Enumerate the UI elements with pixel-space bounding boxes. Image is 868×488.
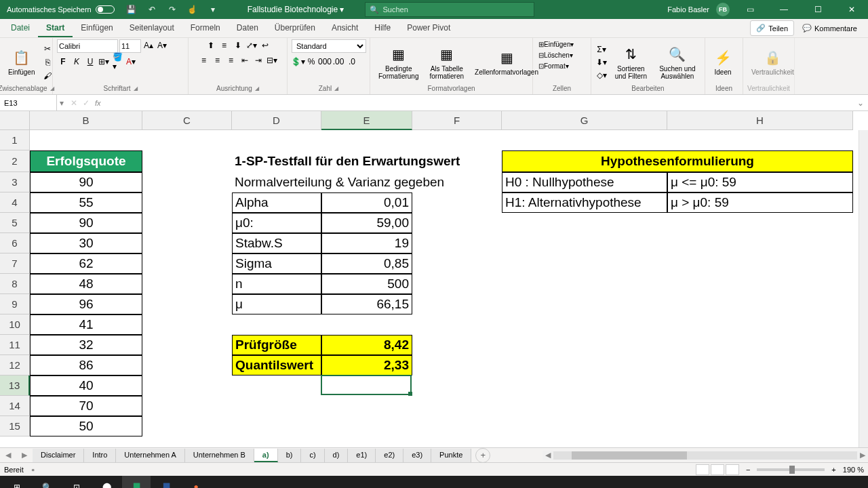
name-box[interactable]: E13 — [0, 95, 57, 110]
tab-hilfe[interactable]: Hilfe — [366, 19, 399, 37]
font-color-button[interactable]: A▾ — [125, 56, 137, 68]
view-layout-icon[interactable] — [711, 464, 724, 475]
cell[interactable]: H0 : Nullhypothese — [502, 172, 667, 192]
format-painter-icon[interactable]: 🖌 — [41, 70, 54, 82]
cell[interactable]: Normalverteilung & Varianz gegeben — [232, 172, 502, 192]
tab-powerpivot[interactable]: Power Pivot — [399, 19, 458, 37]
number-format-select[interactable]: Standard — [292, 39, 366, 53]
undo-icon[interactable]: ↶ — [144, 2, 159, 17]
paste-button[interactable]: 📋Einfügen — [4, 45, 39, 79]
cell-styles-button[interactable]: ▦Zellenformatvorlagen — [471, 45, 542, 79]
sheet-tab[interactable]: Intro — [84, 449, 116, 462]
row-header-11[interactable]: 11 — [0, 335, 30, 355]
wrap-text-icon[interactable]: ↩ — [259, 39, 271, 52]
cut-icon[interactable]: ✂ — [41, 43, 54, 55]
autosave-toggle[interactable]: Automatisches Speichern — [3, 5, 119, 14]
sort-filter-button[interactable]: ⇅Sortieren und Filtern — [610, 42, 652, 83]
row-header-2[interactable]: 2 — [0, 150, 30, 172]
copy-icon[interactable]: ⎘ — [41, 56, 54, 68]
sheet-tab[interactable]: e2) — [376, 449, 403, 462]
orientation-icon[interactable]: ⤢▾ — [245, 39, 258, 52]
ribbon-options-icon[interactable]: ▭ — [736, 0, 764, 19]
indent-decrease-icon[interactable]: ⇤ — [239, 54, 251, 66]
word-app-icon[interactable]: ▇ — [152, 476, 180, 488]
user-avatar[interactable]: FB — [716, 3, 730, 16]
sheet-nav-next-icon[interactable]: ▶ — [16, 451, 33, 460]
merge-button[interactable]: ⊟▾ — [266, 54, 278, 66]
expand-formula-icon[interactable]: ⌄ — [853, 98, 868, 108]
cell[interactable]: 86 — [30, 355, 142, 375]
col-header-D[interactable]: D — [232, 111, 321, 130]
font-name-select[interactable] — [57, 39, 118, 53]
document-title[interactable]: Fallstudie Biotechnologie ▾ — [248, 5, 344, 14]
cell[interactable]: 500 — [321, 274, 412, 294]
search-box[interactable]: 🔍 Suchen — [365, 2, 534, 17]
col-header-G[interactable]: G — [502, 111, 667, 130]
cell[interactable]: 41 — [30, 314, 142, 335]
cell[interactable]: 1-SP-Testfall für den Erwartungswert — [232, 150, 502, 172]
col-header-B[interactable]: B — [30, 111, 142, 130]
col-header-E[interactable]: E — [321, 111, 412, 130]
zoom-slider[interactable] — [757, 468, 825, 471]
cell[interactable]: 66,15 — [321, 294, 412, 314]
excel-app-icon[interactable]: ▇ — [122, 476, 151, 488]
row-header-1[interactable]: 1 — [0, 130, 30, 150]
row-header-3[interactable]: 3 — [0, 172, 30, 192]
sheet-tab[interactable]: b) — [278, 449, 302, 462]
cell[interactable]: n — [232, 274, 321, 294]
indent-increase-icon[interactable]: ⇥ — [252, 54, 264, 66]
sheet-tab[interactable]: d) — [325, 449, 349, 462]
cell[interactable]: 0,85 — [321, 253, 412, 274]
fx-icon[interactable]: fx — [95, 99, 101, 107]
row-header-4[interactable]: 4 — [0, 192, 30, 213]
row-header-5[interactable]: 5 — [0, 213, 30, 233]
fill-color-button[interactable]: 🪣▾ — [111, 56, 123, 68]
comments-button[interactable]: 💬 Kommentare — [797, 21, 863, 35]
sheet-tab[interactable]: e3) — [403, 449, 431, 462]
cell[interactable]: μ0: — [232, 213, 321, 233]
add-sheet-button[interactable]: + — [475, 448, 490, 463]
tab-ueberpruefen[interactable]: Überprüfen — [267, 19, 323, 37]
user-name[interactable]: Fabio Basler — [667, 5, 709, 14]
sheet-tab[interactable]: c) — [301, 449, 324, 462]
cell[interactable]: Stabw.S — [232, 233, 321, 253]
sheet-nav-prev-icon[interactable]: ◀ — [0, 451, 16, 460]
tab-formeln[interactable]: Formeln — [182, 19, 229, 37]
zoom-out-icon[interactable]: − — [746, 466, 750, 474]
cell[interactable]: 30 — [30, 233, 142, 253]
insert-cells-button[interactable]: ⊞ Einfügen ▾ — [537, 39, 575, 49]
cell[interactable]: μ > μ0: 59 — [667, 192, 853, 213]
sheet-tab[interactable]: Unternehmen A — [116, 449, 184, 462]
ideas-button[interactable]: ⚡Ideen — [709, 45, 736, 79]
decrease-font-icon[interactable]: A▾ — [156, 39, 168, 52]
cell[interactable]: Hypothesenformulierung — [502, 150, 853, 172]
select-all-corner[interactable] — [0, 111, 30, 130]
touch-mode-icon[interactable]: ☝ — [185, 2, 200, 17]
cell[interactable]: H1: Alternativhypothese — [502, 192, 667, 213]
qat-more-icon[interactable]: ▾ — [205, 2, 220, 17]
tab-seitenlayout[interactable]: Seitenlayout — [121, 19, 182, 37]
dialog-launcher-icon[interactable]: ◢ — [255, 85, 259, 92]
spreadsheet-grid[interactable]: 123456789101112131415 BCDEFGH Erfolgsquo… — [0, 111, 868, 447]
cell[interactable]: 90 — [30, 213, 142, 233]
percent-icon[interactable]: % — [305, 56, 317, 68]
row-header-8[interactable]: 8 — [0, 274, 30, 294]
italic-button[interactable]: K — [71, 56, 83, 68]
cell[interactable]: 32 — [30, 335, 142, 355]
col-header-F[interactable]: F — [412, 111, 502, 130]
sheet-tab[interactable]: a) — [254, 449, 278, 462]
cell[interactable]: 55 — [30, 192, 142, 213]
cell[interactable]: Sigma — [232, 253, 321, 274]
close-icon[interactable]: ✕ — [838, 0, 865, 19]
zoom-in-icon[interactable]: + — [831, 466, 835, 474]
cell[interactable]: μ <= μ0: 59 — [667, 172, 853, 192]
row-header-7[interactable]: 7 — [0, 253, 30, 274]
dialog-launcher-icon[interactable]: ◢ — [134, 85, 138, 92]
col-header-H[interactable]: H — [667, 111, 853, 130]
view-normal-icon[interactable] — [696, 464, 709, 475]
obs-app-icon[interactable]: ⬤ — [92, 476, 121, 488]
clear-icon[interactable]: ◇▾ — [595, 69, 608, 81]
cell[interactable]: 0,01 — [321, 192, 412, 213]
border-button[interactable]: ⊞▾ — [98, 56, 110, 68]
tab-start[interactable]: Start — [38, 19, 73, 37]
